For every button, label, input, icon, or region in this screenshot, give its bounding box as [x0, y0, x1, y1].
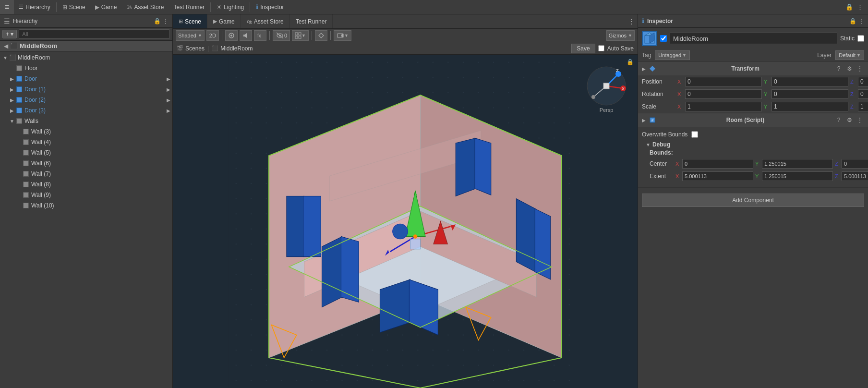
hierarchy-header-icons: 🔒 ⋮ — [154, 18, 169, 24]
tag-value: Untagged — [658, 52, 681, 58]
scene-menu-label: Scene — [69, 4, 85, 11]
menu-hamburger[interactable]: ≡ — [0, 0, 14, 14]
tree-arrow-middleroom[interactable]: ▼ — [2, 55, 9, 61]
tree-arrow-door3[interactable]: ▶ — [9, 108, 15, 113]
static-checkbox[interactable] — [857, 35, 864, 42]
tree-arrow-door2[interactable]: ▶ — [9, 97, 15, 103]
auto-save-checkbox[interactable] — [598, 45, 604, 51]
tree-item-door[interactable]: ▶ Door ▶ — [0, 73, 172, 84]
add-component-button[interactable]: Add Component — [642, 194, 864, 207]
extent-z-input[interactable] — [842, 171, 868, 181]
tab-test-runner[interactable]: Test Runner — [290, 14, 333, 28]
scale-y-input[interactable] — [772, 102, 848, 111]
room-script-settings-icon[interactable]: ⚙ — [845, 116, 854, 124]
audio-button[interactable] — [240, 30, 252, 41]
hierarchy-search-input[interactable] — [19, 29, 170, 39]
test-runner-tab-menu[interactable]: Test Runner — [169, 0, 209, 14]
tree-item-middleroom[interactable]: ▼ ⬛ MiddleRoom — [0, 52, 172, 63]
hierarchy-tab[interactable]: ☰ Hierarchy — [14, 0, 55, 14]
center-x-input[interactable] — [682, 159, 753, 169]
grid-button[interactable]: ▼ — [292, 30, 309, 41]
shading-dropdown[interactable]: Shaded ▼ — [176, 30, 205, 41]
transform-help-icon[interactable]: ? — [834, 64, 843, 73]
room-script-header[interactable]: ▶ # Room (Script) ? ⚙ ⋮ — [638, 113, 868, 127]
transform-settings-icon[interactable]: ⚙ — [845, 64, 854, 73]
fx-button[interactable]: fx — [254, 30, 266, 41]
camera-button[interactable]: ▼ — [334, 30, 351, 41]
scene-tab-menu[interactable]: ⊞ Scene — [58, 0, 90, 14]
tree-item-wall5[interactable]: Wall (5) — [0, 147, 172, 158]
room-script-help-icon[interactable]: ? — [834, 116, 843, 124]
asset-store-tab-menu[interactable]: 🛍 Asset Store — [121, 0, 169, 14]
scale-label: Scale — [642, 103, 675, 110]
tree-arrow-walls[interactable]: ▼ — [9, 119, 15, 124]
tree-item-wall7[interactable]: Wall (7) — [0, 169, 172, 179]
position-x-input[interactable] — [685, 77, 762, 86]
center-z-input[interactable] — [842, 159, 868, 169]
tree-item-wall9[interactable]: Wall (9) — [0, 190, 172, 200]
center-z-axis: Z — [835, 161, 841, 167]
center-y-input[interactable] — [762, 159, 833, 169]
transform-header[interactable]: ▶ Transform ? ⚙ ⋮ — [638, 62, 868, 75]
rotation-x-input[interactable] — [685, 89, 762, 99]
debug-header[interactable]: ▼ Debug — [646, 141, 860, 148]
transform-scale-row: Scale X Y Z — [638, 100, 868, 113]
scale-z-input[interactable] — [858, 102, 868, 111]
snap-button[interactable] — [315, 30, 327, 41]
gizmos-dropdown[interactable]: Gizmos ▼ — [606, 30, 635, 41]
tree-arrow-door1[interactable]: ▶ — [9, 87, 15, 92]
room-script-more-icon[interactable]: ⋮ — [856, 116, 864, 124]
rotation-y-input[interactable] — [772, 89, 848, 99]
layer-dropdown[interactable]: Default ▼ — [835, 50, 864, 60]
scene-viewport[interactable]: Z X Persp 🔒 — [173, 55, 638, 388]
scale-x-input[interactable] — [685, 102, 762, 111]
tree-arrow-door[interactable]: ▶ — [9, 76, 15, 82]
scenes-breadcrumb-item[interactable]: 🎬 Scenes — [177, 45, 205, 52]
tab-asset-store[interactable]: 🛍 Asset Store — [241, 14, 290, 28]
persp-button[interactable] — [225, 30, 238, 41]
shading-dropdown-arrow: ▼ — [198, 33, 202, 38]
inspector-panel-header: ℹ Inspector 🔒 ⋮ — [638, 14, 868, 28]
room-breadcrumb-item[interactable]: ⬛ MiddleRoom — [212, 45, 253, 52]
tree-item-wall8[interactable]: Wall (8) — [0, 179, 172, 190]
save-button[interactable]: Save — [571, 44, 595, 53]
tree-item-door1[interactable]: ▶ Door (1) ▶ — [0, 84, 172, 95]
tree-item-wall3[interactable]: Wall (3) — [0, 126, 172, 137]
tree-item-walls[interactable]: ▼ Walls — [0, 116, 172, 126]
room-breadcrumb-label: MiddleRoom — [220, 45, 253, 52]
lighting-tab-menu[interactable]: ☀ Lighting — [212, 0, 249, 14]
svg-marker-29 — [475, 138, 491, 195]
transform-more-icon[interactable]: ⋮ — [856, 64, 864, 73]
rotation-z-field: Z — [850, 89, 868, 99]
camera-dropdown-arrow: ▼ — [344, 33, 349, 38]
bounds-center-row: Center X Y — [650, 158, 860, 170]
position-y-input[interactable] — [772, 77, 848, 86]
object-name-input[interactable] — [670, 33, 837, 44]
rotation-z-input[interactable] — [858, 89, 868, 99]
inspector-tab-menu[interactable]: ℹ Inspector — [251, 0, 289, 14]
breadcrumb-back-arrow[interactable]: ◀ — [4, 43, 8, 49]
extent-x-input[interactable] — [682, 171, 753, 181]
tab-scene[interactable]: ⊞ Scene — [173, 14, 207, 28]
extent-y-input[interactable] — [762, 171, 833, 181]
tree-item-wall6[interactable]: Wall (6) — [0, 158, 172, 169]
position-z-input[interactable] — [858, 77, 868, 86]
tree-item-wall4[interactable]: Wall (4) — [0, 137, 172, 147]
tree-item-door2[interactable]: ▶ Door (2) ▶ — [0, 95, 172, 105]
hidden-objects-button[interactable]: 0 — [273, 30, 290, 41]
2d-mode-button[interactable]: 2D — [206, 30, 219, 41]
tree-item-wall10[interactable]: Wall (10) — [0, 200, 172, 211]
tree-item-door3[interactable]: ▶ Door (3) ▶ — [0, 105, 172, 116]
tree-label-wall5: Wall (5) — [31, 149, 51, 156]
game-tab-menu[interactable]: ▶ Game — [90, 0, 122, 14]
scale-z-axis: Z — [850, 104, 857, 109]
hierarchy-add-button[interactable]: + ▾ — [2, 30, 17, 38]
tree-item-floor[interactable]: Floor — [0, 63, 172, 73]
tag-dropdown[interactable]: Untagged ▼ — [655, 50, 690, 60]
svg-rect-47 — [410, 239, 421, 249]
object-active-checkbox[interactable] — [660, 35, 667, 42]
overwrite-bounds-checkbox[interactable] — [691, 131, 698, 138]
gizmo-widget[interactable]: Z X Persp — [585, 64, 628, 108]
layer-value: Default — [839, 52, 856, 58]
tab-game[interactable]: ▶ Game — [207, 14, 241, 28]
